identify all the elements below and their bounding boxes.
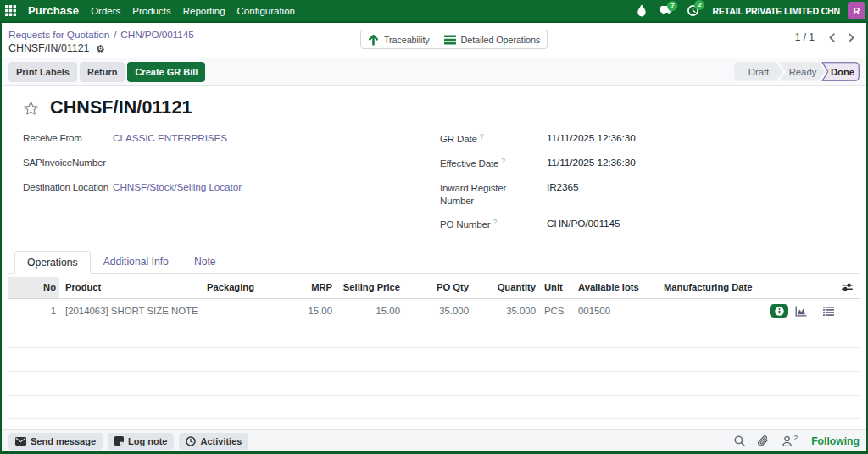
field-label: Receive From xyxy=(23,130,113,143)
topbar-right: 7 2 RETAIL PRIVATE LIMITED CHN R xyxy=(637,2,865,19)
print-labels-button[interactable]: Print Labels xyxy=(8,62,77,82)
menu-products[interactable]: Products xyxy=(126,0,176,21)
chat-badge: 7 xyxy=(667,1,677,11)
app-name[interactable]: Purchase xyxy=(28,4,79,17)
effective-date-value[interactable]: 11/11/2025 12:36:30 xyxy=(547,155,636,169)
column-header-available-lots[interactable]: Available lots xyxy=(573,277,659,298)
pager-count: 1 / 1 xyxy=(795,31,815,43)
log-note-button[interactable]: Log note xyxy=(108,433,174,450)
field-label: PO Number? xyxy=(440,216,547,230)
table-row[interactable]: 1 [2014063] SHORT SIZE NOTE 15.00 15.00 … xyxy=(8,298,860,324)
activity-badge: 2 xyxy=(694,0,704,10)
field-effective-date: Effective Date? 11/11/2025 12:36:30 xyxy=(440,155,860,180)
activities-button[interactable]: Activities xyxy=(179,433,248,450)
status-pipeline: Draft Ready Done xyxy=(734,62,860,81)
smart-buttons: Traceability Detailed Operations xyxy=(360,30,548,49)
top-navbar: Purchase Orders Products Reporting Confi… xyxy=(0,0,868,23)
field-groups: Receive From CLASSIC ENTERPRISES SAPInvo… xyxy=(23,130,860,241)
cell-mrp: 15.00 xyxy=(303,298,336,324)
area-chart-icon[interactable] xyxy=(795,306,807,317)
main-menu: Orders Products Reporting Configuration xyxy=(85,0,301,21)
field-label: Effective Date? xyxy=(440,155,547,169)
chevron-left-icon[interactable] xyxy=(824,32,842,43)
field-inward-register-number: Inward Register Number IR2365 xyxy=(440,180,860,216)
info-pill-icon[interactable] xyxy=(770,304,788,318)
detailed-operations-button[interactable]: Detailed Operations xyxy=(437,30,548,49)
cell-product: [2014063] SHORT SIZE NOTE xyxy=(59,298,202,324)
tab-operations[interactable]: Operations xyxy=(14,251,91,274)
field-column-right: GR Date? 11/11/2025 12:36:30 Effective D… xyxy=(440,130,860,241)
menu-configuration[interactable]: Configuration xyxy=(231,0,301,21)
column-header-product[interactable]: Product xyxy=(59,277,202,298)
field-label: Inward Register Number xyxy=(440,180,547,207)
field-column-left: Receive From CLASSIC ENTERPRISES SAPInvo… xyxy=(23,130,440,241)
apps-grid-icon[interactable] xyxy=(4,1,17,20)
destination-location-value[interactable]: CHNSF/Stock/Selling Locator xyxy=(113,180,242,193)
list-rows-icon[interactable] xyxy=(823,307,834,316)
receive-from-value[interactable]: CLASSIC ENTERPRISES xyxy=(113,130,227,144)
chevron-right-icon[interactable] xyxy=(842,32,860,43)
column-header-actions xyxy=(765,277,860,298)
breadcrumb-requests-for-quotation[interactable]: Requests for Quotation xyxy=(8,29,109,41)
status-step-draft[interactable]: Draft xyxy=(737,62,780,81)
menu-reporting[interactable]: Reporting xyxy=(177,0,231,21)
status-step-done[interactable]: Done xyxy=(826,62,860,81)
search-icon[interactable] xyxy=(734,435,745,446)
column-header-mrp[interactable]: MRP xyxy=(303,277,336,298)
traceability-button[interactable]: Traceability xyxy=(360,30,437,49)
send-message-button[interactable]: Send message xyxy=(8,433,103,450)
envelope-icon xyxy=(15,437,26,446)
drop-icon[interactable] xyxy=(637,4,647,17)
tab-note[interactable]: Note xyxy=(181,251,229,273)
note-icon xyxy=(114,436,124,446)
column-header-quantity[interactable]: Quantity xyxy=(472,277,539,298)
status-step-ready[interactable]: Ready xyxy=(783,62,822,81)
column-header-unit[interactable]: Unit xyxy=(539,277,573,298)
clock-icon xyxy=(186,436,196,446)
cell-manufacturing-date xyxy=(659,298,765,324)
title-row: CHNSF/IN/01121 xyxy=(23,97,860,119)
chat-bubbles-icon[interactable]: 7 xyxy=(659,5,674,17)
field-label: Destination Location xyxy=(23,180,113,192)
create-gr-bill-button[interactable]: Create GR Bill xyxy=(127,62,205,82)
column-header-selling-price[interactable]: Selling Price xyxy=(336,277,403,298)
tab-additional-info[interactable]: Additional Info xyxy=(91,251,181,273)
follower-count: 2 xyxy=(793,434,798,442)
following-toggle[interactable]: Following xyxy=(811,435,860,447)
cell-no: 1 xyxy=(8,298,59,324)
followers-icon[interactable]: 2 xyxy=(782,435,798,446)
menu-orders[interactable]: Orders xyxy=(85,0,126,21)
field-sap-invoice-number: SAPInvoiceNumber xyxy=(23,155,440,180)
company-name[interactable]: RETAIL PRIVATE LIMITED CHN xyxy=(712,6,840,16)
gear-icon[interactable] xyxy=(96,44,105,53)
pager: 1 / 1 xyxy=(795,31,860,43)
field-receive-from: Receive From CLASSIC ENTERPRISES xyxy=(23,130,440,155)
paperclip-icon[interactable] xyxy=(758,435,769,447)
gr-date-value[interactable]: 11/11/2025 12:36:30 xyxy=(547,130,636,144)
help-icon: ? xyxy=(492,218,497,226)
favorite-star-icon[interactable] xyxy=(23,101,39,116)
activity-clock-icon[interactable]: 2 xyxy=(687,4,699,17)
return-button[interactable]: Return xyxy=(80,62,125,82)
column-sliders-icon[interactable] xyxy=(768,283,856,291)
form-sheet: CHNSF/IN/01121 Receive From CLASSIC ENTE… xyxy=(2,86,866,429)
operations-table: No Product Packaging MRP Selling Price P… xyxy=(8,277,860,324)
bars-icon xyxy=(444,35,456,45)
column-header-manufacturing-date[interactable]: Manufacturing Date xyxy=(659,277,765,298)
inward-register-number-value[interactable]: IR2365 xyxy=(547,180,578,193)
chatter-bar: Send message Log note Activities xyxy=(2,429,866,451)
user-avatar[interactable]: R xyxy=(848,2,865,19)
breadcrumb-po-link[interactable]: CHN/PO/001145 xyxy=(120,29,193,41)
cell-available-lots: 001500 xyxy=(573,298,659,324)
record-title: CHNSF/IN/01121 xyxy=(50,97,192,119)
app-window: Purchase Orders Products Reporting Confi… xyxy=(0,0,868,454)
column-header-po-qty[interactable]: PO Qty xyxy=(403,277,472,298)
help-icon: ? xyxy=(501,157,505,165)
column-header-packaging[interactable]: Packaging xyxy=(202,277,303,298)
cell-po-qty: 35.000 xyxy=(403,298,472,324)
column-header-no[interactable]: No xyxy=(8,277,59,298)
field-gr-date: GR Date? 11/11/2025 12:36:30 xyxy=(440,130,860,155)
cell-selling-price: 15.00 xyxy=(336,298,403,324)
po-number-value[interactable]: CHN/PO/001145 xyxy=(547,216,620,230)
breadcrumb-current: CHNSF/IN/01121 xyxy=(8,42,90,54)
